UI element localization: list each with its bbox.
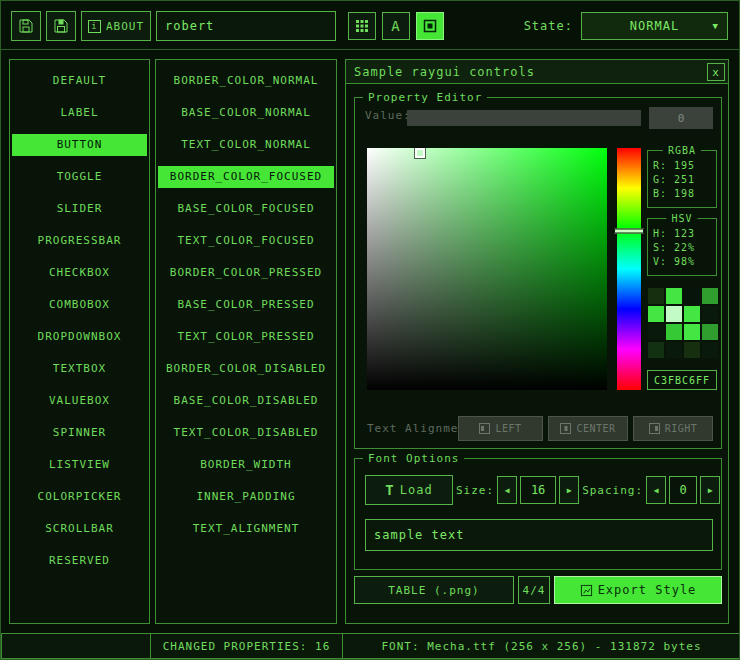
property-list-item-selected[interactable]: BORDER_COLOR_FOCUSED: [158, 166, 334, 188]
property-list-item[interactable]: BASE_COLOR_PRESSED: [158, 294, 334, 316]
left-arrow-icon: ◀: [505, 486, 510, 495]
palette-swatch[interactable]: [648, 324, 664, 340]
align-left-button[interactable]: LEFT: [458, 416, 543, 441]
spacing-increase-button[interactable]: ▶: [700, 476, 720, 504]
control-list-item[interactable]: DEFAULT: [12, 70, 147, 92]
palette-swatch[interactable]: [666, 288, 682, 304]
property-list-item[interactable]: BORDER_WIDTH: [158, 454, 334, 476]
font-info-status: FONT: Mecha.ttf (256 x 256) - 131872 byt…: [342, 633, 740, 659]
property-list-item[interactable]: TEXT_COLOR_PRESSED: [158, 326, 334, 348]
palette-swatch[interactable]: [702, 306, 718, 322]
control-list-item[interactable]: RESERVED: [12, 550, 147, 572]
palette-swatch[interactable]: [666, 306, 682, 322]
size-value-box[interactable]: 16: [520, 476, 556, 504]
window-title: Sample raygui controls: [354, 65, 535, 79]
property-list-item[interactable]: BASE_COLOR_FOCUSED: [158, 198, 334, 220]
rgba-group: RGBA R: 195 G: 251 B: 198: [647, 150, 717, 208]
palette-swatch[interactable]: [666, 342, 682, 358]
rgba-r-value: R: 195: [648, 159, 716, 173]
info-icon: i: [88, 20, 101, 33]
control-list-item[interactable]: CHECKBOX: [12, 262, 147, 284]
palette-swatch[interactable]: [648, 306, 664, 322]
close-button[interactable]: x: [707, 63, 725, 81]
property-list-item[interactable]: TEXT_COLOR_DISABLED: [158, 422, 334, 444]
control-list-item[interactable]: VALUEBOX: [12, 390, 147, 412]
hue-cursor[interactable]: [614, 228, 644, 233]
property-list-item[interactable]: BASE_COLOR_NORMAL: [158, 102, 334, 124]
size-increase-button[interactable]: ▶: [559, 476, 579, 504]
control-list-item[interactable]: LISTVIEW: [12, 454, 147, 476]
control-list-item[interactable]: TOGGLE: [12, 166, 147, 188]
control-list-item[interactable]: LABEL: [12, 102, 147, 124]
control-list-item[interactable]: SLIDER: [12, 198, 147, 220]
align-right-button[interactable]: RIGHT: [633, 416, 713, 441]
hex-color-input[interactable]: C3FBC6FF: [647, 370, 717, 390]
size-decrease-button[interactable]: ◀: [497, 476, 517, 504]
control-list-item[interactable]: SCROLLBAR: [12, 518, 147, 540]
property-editor-group: Property Editor Value: 0 RGBA R: 195 G: …: [354, 97, 722, 449]
palette-swatch[interactable]: [702, 324, 718, 340]
sv-cursor[interactable]: [415, 148, 425, 158]
save-style-button[interactable]: [46, 11, 76, 41]
property-list-item[interactable]: BASE_COLOR_DISABLED: [158, 390, 334, 412]
export-format-label: TABLE (.png): [388, 584, 479, 597]
value-box[interactable]: 0: [649, 107, 713, 129]
export-style-button[interactable]: Export Style: [554, 576, 722, 604]
palette-swatch[interactable]: [684, 306, 700, 322]
spacing-label: Spacing:: [582, 484, 643, 497]
palette-swatch[interactable]: [684, 324, 700, 340]
rguistyler-window: i ABOUT A State:: [0, 0, 740, 660]
export-icon: [580, 584, 593, 597]
table-image-view-button[interactable]: [416, 12, 444, 40]
spacing-decrease-button[interactable]: ◀: [646, 476, 666, 504]
grid-icon: [355, 19, 369, 33]
palette-swatch[interactable]: [684, 288, 700, 304]
chevron-down-icon: ▼: [713, 21, 719, 31]
value-slider[interactable]: [407, 110, 641, 126]
style-name-input[interactable]: [156, 11, 336, 41]
control-list-item-selected[interactable]: BUTTON: [12, 134, 147, 156]
right-arrow-icon: ▶: [708, 486, 713, 495]
property-list-item[interactable]: BORDER_COLOR_DISABLED: [158, 358, 334, 380]
statusbar-left-cell: [1, 633, 151, 659]
property-list-item[interactable]: TEXT_COLOR_NORMAL: [158, 134, 334, 156]
rgba-g-value: G: 251: [648, 173, 716, 187]
hue-slider[interactable]: [617, 148, 641, 390]
palette-swatch[interactable]: [702, 288, 718, 304]
controls-list: DEFAULT LABEL BUTTON TOGGLE SLIDER PROGR…: [9, 59, 150, 624]
state-label: State:: [499, 11, 573, 41]
property-list-item[interactable]: BORDER_COLOR_NORMAL: [158, 70, 334, 92]
palette-swatch[interactable]: [702, 342, 718, 358]
align-right-icon: [649, 423, 660, 434]
control-list-item[interactable]: PROGRESSBAR: [12, 230, 147, 252]
spacing-value-box[interactable]: 0: [669, 476, 697, 504]
font-load-button[interactable]: T Load: [365, 475, 453, 505]
saturation-value-panel[interactable]: [367, 148, 607, 390]
property-list-item[interactable]: INNER_PADDING: [158, 486, 334, 508]
control-list-item[interactable]: COMBOBOX: [12, 294, 147, 316]
load-style-button[interactable]: [11, 11, 41, 41]
control-list-item[interactable]: DROPDOWNBOX: [12, 326, 147, 348]
align-left-icon: [479, 423, 490, 434]
property-list-item[interactable]: TEXT_ALIGNMENT: [158, 518, 334, 540]
grid-view-button[interactable]: [348, 12, 376, 40]
palette-swatch[interactable]: [648, 288, 664, 304]
export-count-box: 4/4: [518, 576, 550, 604]
state-dropdown[interactable]: NORMAL ▼: [581, 12, 728, 40]
export-format-dropdown[interactable]: TABLE (.png): [354, 576, 514, 604]
control-list-item[interactable]: TEXTBOX: [12, 358, 147, 380]
sample-text-input[interactable]: [365, 519, 713, 551]
font-t-icon: T: [385, 482, 394, 498]
palette-swatch[interactable]: [684, 342, 700, 358]
control-list-item[interactable]: COLORPICKER: [12, 486, 147, 508]
palette-swatch[interactable]: [648, 342, 664, 358]
palette-swatch[interactable]: [666, 324, 682, 340]
window-titlebar[interactable]: Sample raygui controls x: [346, 60, 728, 84]
align-center-button[interactable]: CENTER: [548, 416, 628, 441]
font-view-button[interactable]: A: [382, 12, 410, 40]
about-button[interactable]: i ABOUT: [81, 11, 151, 41]
property-list-item[interactable]: TEXT_COLOR_FOCUSED: [158, 230, 334, 252]
control-list-item[interactable]: SPINNER: [12, 422, 147, 444]
changed-properties-status: CHANGED PROPERTIES: 16: [150, 633, 343, 659]
property-list-item[interactable]: BORDER_COLOR_PRESSED: [158, 262, 334, 284]
